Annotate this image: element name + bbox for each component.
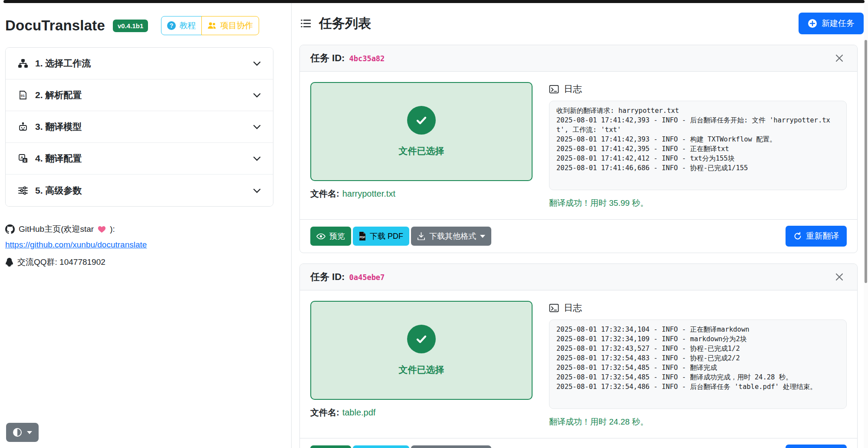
accordion-item-workflow[interactable]: 1. 选择工作流	[6, 48, 273, 79]
log-title-row: 日志	[549, 83, 847, 95]
download-icon	[417, 232, 425, 240]
log-column: 日志 收到新的翻译请求: harrypotter.txt 2025-08-01 …	[549, 82, 847, 209]
log-title: 日志	[564, 83, 582, 95]
accordion-label: 5. 高级参数	[35, 184, 82, 197]
heart-icon	[98, 226, 106, 233]
log-line: 2025-08-01 17:41:42,395 - INFO - 正在翻译txt	[556, 144, 839, 154]
chevron-down-icon	[252, 59, 262, 68]
svg-text:PDF: PDF	[360, 236, 365, 239]
status-text: 翻译成功！用时 35.99 秒。	[549, 198, 847, 209]
download-pdf-button[interactable]: PDF 下载 PDF	[353, 227, 409, 246]
download-pdf-label: 下载 PDF	[370, 231, 403, 241]
chevron-down-icon	[252, 154, 262, 163]
preview-label: 预览	[329, 231, 345, 241]
log-line: 2025-08-01 17:32:54,486 - INFO - 后台翻译任务 …	[556, 382, 839, 392]
page-title: 任务列表	[319, 15, 371, 33]
chevron-down-icon	[252, 186, 262, 195]
header-button-group: ? 教程 项目协作	[161, 16, 259, 35]
accordion-item-advanced-params[interactable]: 5. 高级参数	[6, 175, 273, 206]
file-column: 文件已选择 文件名:table.pdf	[310, 301, 533, 428]
task-card-body: 文件已选择 文件名:table.pdf 日志 2025-08-01 17:32:…	[300, 290, 857, 438]
people-icon	[207, 22, 217, 30]
task-id-value: 0a45ebe7	[349, 273, 385, 282]
sidebar-footer: GitHub主页(欢迎star ): https://github.com/xu…	[5, 221, 273, 270]
preview-button[interactable]: 预览	[310, 227, 351, 246]
tutorial-label: 教程	[179, 20, 196, 31]
close-icon	[834, 271, 845, 283]
filename-value: harrypotter.txt	[342, 189, 395, 198]
log-line: 2025-08-01 17:32:54,485 - INFO - 翻译成功完成，…	[556, 372, 839, 382]
scrollbar-thumb[interactable]	[865, 40, 867, 283]
github-text-prefix: GitHub主页(欢迎star	[19, 221, 94, 237]
filename-line: 文件名:harrypotter.txt	[310, 188, 533, 200]
collab-label: 项目协作	[220, 20, 253, 31]
task-card-footer: 预览 PDF 下载 PDF 下载其他格式 重新翻译	[300, 438, 857, 448]
scrollbar-track[interactable]	[864, 3, 868, 448]
theme-toggle-button[interactable]	[6, 423, 39, 442]
main-header: 任务列表 新建任务	[299, 13, 864, 34]
close-task-button[interactable]	[832, 51, 847, 66]
github-link[interactable]: https://github.com/xunbu/docutranslate	[5, 240, 147, 249]
download-other-button[interactable]: 下载其他格式	[411, 445, 491, 448]
robot-icon	[18, 122, 28, 132]
accordion-item-translate-config[interactable]: A文 4. 翻译配置	[6, 143, 273, 175]
retranslate-button[interactable]: 重新翻译	[786, 445, 847, 448]
new-task-label: 新建任务	[822, 18, 855, 29]
tutorial-button[interactable]: ? 教程	[161, 16, 202, 35]
accordion-label: 2. 解析配置	[35, 89, 82, 101]
github-line: GitHub主页(欢迎star ):	[5, 221, 273, 237]
file-binary-icon: 01	[18, 90, 28, 100]
svg-text:01: 01	[21, 94, 25, 98]
collab-button[interactable]: 项目协作	[201, 16, 259, 35]
retranslate-label: 重新翻译	[806, 231, 839, 242]
app-title: DocuTranslate	[5, 17, 105, 34]
task-list-icon	[299, 17, 312, 30]
log-output[interactable]: 2025-08-01 17:32:34,104 - INFO - 正在翻译mar…	[549, 320, 847, 409]
eye-icon	[316, 233, 326, 240]
task-id-value: 4bc35a82	[349, 54, 385, 63]
filename-value: table.pdf	[342, 408, 376, 417]
accordion-item-parse-config[interactable]: 01 2. 解析配置	[6, 79, 273, 111]
check-circle-icon	[407, 325, 436, 353]
download-pdf-button[interactable]: PDF 下载 PDF	[353, 445, 409, 448]
qq-text: 交流QQ群: 1047781902	[17, 254, 105, 270]
file-column: 文件已选择 文件名:harrypotter.txt	[310, 82, 533, 209]
check-circle-icon	[407, 106, 436, 135]
log-column: 日志 2025-08-01 17:32:34,104 - INFO - 正在翻译…	[549, 301, 847, 428]
log-line: 2025-08-01 17:32:54,485 - INFO - 翻译完成	[556, 363, 839, 372]
log-line: 2025-08-01 17:41:42,412 - INFO - txt分为15…	[556, 154, 839, 163]
log-line: 2025-08-01 17:41:42,393 - INFO - 后台翻译任务开…	[556, 115, 839, 135]
log-line: 2025-08-01 17:41:42,393 - INFO - 构建 TXTW…	[556, 135, 839, 144]
accordion-label: 1. 选择工作流	[35, 57, 91, 69]
svg-text:文: 文	[23, 159, 27, 163]
file-dropzone[interactable]: 文件已选择	[310, 301, 533, 400]
retranslate-button[interactable]: 重新翻译	[786, 226, 847, 247]
accordion-label: 3. 翻译模型	[35, 121, 82, 133]
log-line: 收到新的翻译请求: harrypotter.txt	[556, 106, 839, 115]
task-card: 任务 ID: 0a45ebe7 文件已选择 文件名:tabl	[299, 264, 858, 448]
task-card: 任务 ID: 4bc35a82 文件已选择 文件名:harr	[299, 45, 858, 253]
sliders-icon	[18, 185, 28, 196]
qq-line: 交流QQ群: 1047781902	[5, 254, 273, 270]
filename-label: 文件名:	[310, 408, 339, 417]
accordion-item-translate-model[interactable]: 3. 翻译模型	[6, 111, 273, 143]
file-dropzone[interactable]: 文件已选择	[310, 82, 533, 181]
chevron-down-icon	[252, 90, 262, 100]
log-output[interactable]: 收到新的翻译请求: harrypotter.txt 2025-08-01 17:…	[549, 101, 847, 190]
close-task-button[interactable]	[832, 270, 847, 284]
close-icon	[834, 53, 845, 64]
app-root: DocuTranslate v0.4.1b1 ? 教程 项目协作 1. 选择工作…	[0, 0, 868, 448]
translate-icon: A文	[18, 153, 28, 164]
diagram-icon	[18, 58, 28, 69]
download-other-button[interactable]: 下载其他格式	[411, 227, 491, 246]
log-line: 2025-08-01 17:32:54,483 - INFO - 协程-已完成2…	[556, 353, 839, 363]
preview-button[interactable]: 预览	[310, 445, 351, 448]
svg-text:?: ?	[170, 22, 174, 29]
contrast-icon	[13, 428, 22, 437]
caret-down-icon	[27, 431, 32, 434]
log-title: 日志	[564, 302, 582, 314]
new-task-button[interactable]: 新建任务	[799, 13, 864, 34]
page-title-row: 任务列表	[299, 15, 371, 33]
log-title-row: 日志	[549, 302, 847, 314]
caret-down-icon	[480, 235, 485, 238]
